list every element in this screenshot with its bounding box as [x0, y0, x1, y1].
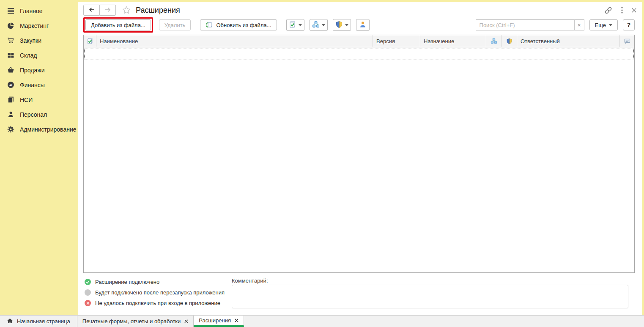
legend-item-connected: Расширение подключено [85, 277, 225, 287]
page-header: Расширения [83, 4, 637, 16]
tab-label: Печатные формы, отчеты и обработки [82, 318, 181, 324]
command-bar: Добавить из файла... Удалить Обновить из… [83, 18, 635, 32]
sidebar-item-label: Склад [20, 52, 37, 59]
back-button[interactable] [83, 5, 100, 16]
sidebar-item-label: Главное [20, 8, 43, 14]
annotation-highlight-box: Добавить из файла... [83, 17, 153, 33]
cubes-icon [312, 21, 320, 30]
sidebar-item-label: НСИ [20, 96, 33, 103]
tab-extensions[interactable]: Расширения [194, 316, 244, 327]
column-distributed-icon[interactable] [486, 35, 502, 47]
legend-item-failed: Не удалось подключить при входе в прилож… [85, 298, 225, 308]
column-version[interactable]: Версия [373, 35, 420, 47]
chevron-down-icon [609, 24, 612, 26]
nav-history-buttons [83, 5, 116, 16]
sidebar-item-marketing[interactable]: Маркетинг [0, 18, 78, 33]
user-icon [359, 21, 367, 30]
sidebar-item-label: Закупки [20, 37, 41, 44]
chevron-down-icon [345, 24, 348, 26]
forward-button[interactable] [100, 5, 116, 16]
kebab-menu-icon[interactable] [621, 7, 623, 14]
search-input[interactable] [476, 20, 574, 30]
open-windows-bar: Начальная страница Печатные формы, отчет… [0, 315, 644, 327]
arrow-right-icon [104, 6, 111, 14]
basket-icon [7, 66, 14, 74]
section-sidebar: Главное Маркетинг Закупки Склад Продажи … [0, 3, 78, 137]
home-page-label: Начальная страница [17, 318, 70, 324]
legend-label: Не удалось подключить при входе в прилож… [95, 300, 220, 306]
svg-text:P: P [10, 82, 13, 87]
person-icon [7, 111, 14, 118]
extensions-table[interactable]: Наименование Версия Назначение Ответстве… [83, 35, 635, 273]
table-current-row[interactable] [84, 49, 634, 60]
sidebar-item-administration[interactable]: Администрирование [0, 122, 78, 137]
update-from-file-button[interactable]: Обновить из файла... [200, 19, 277, 30]
update-from-file-label: Обновить из файла... [216, 22, 271, 28]
pie-chart-icon [7, 22, 14, 29]
sidebar-item-personnel[interactable]: Персонал [0, 107, 78, 122]
sidebar-item-finance[interactable]: P Финансы [0, 77, 78, 92]
search-box: × [476, 19, 584, 30]
add-from-file-button[interactable]: Добавить из файла... [85, 19, 151, 30]
column-comment-icon[interactable] [620, 35, 634, 47]
comment-input[interactable] [232, 285, 628, 308]
comment-label: Комментарий: [232, 278, 268, 284]
sidebar-item-sales[interactable]: Продажи [0, 63, 78, 77]
column-safe-mode-icon[interactable] [502, 35, 517, 47]
gear-icon [7, 126, 14, 133]
distributed-infobase-dropdown[interactable] [310, 19, 328, 31]
column-responsible[interactable]: Ответственный [517, 35, 620, 47]
legend-item-after-restart: Будет подключено после перезапуска прило… [85, 287, 225, 298]
clear-search-button[interactable]: × [574, 20, 584, 30]
ruble-icon: P [7, 81, 14, 88]
books-icon [7, 96, 14, 103]
status-failed-icon [85, 300, 91, 306]
sidebar-item-warehouse[interactable]: Склад [0, 48, 78, 63]
favorite-star-icon[interactable] [122, 5, 131, 15]
status-pending-icon [85, 289, 91, 296]
sidebar-item-nsi[interactable]: НСИ [0, 92, 78, 107]
pages-check-icon [289, 21, 296, 30]
status-connected-icon [85, 279, 91, 285]
sidebar-item-label: Финансы [20, 82, 45, 88]
status-legend: Расширение подключено Будет подключено п… [85, 277, 225, 308]
enable-extension-dropdown[interactable] [286, 19, 304, 31]
tab-close-icon[interactable] [235, 319, 238, 322]
column-purpose[interactable]: Назначение [420, 35, 486, 47]
more-label: Еще [595, 22, 606, 28]
page-title: Расширения [136, 6, 180, 15]
legend-label: Расширение подключено [95, 279, 159, 285]
home-icon [7, 318, 13, 325]
sidebar-item-label: Продажи [20, 67, 44, 74]
sidebar-item-main[interactable]: Главное [0, 3, 78, 18]
tab-print-forms[interactable]: Печатные формы, отчеты и обработки [77, 316, 194, 327]
cart-icon [7, 37, 14, 44]
home-page-tab[interactable]: Начальная страница [0, 316, 77, 327]
tab-close-icon[interactable] [184, 319, 188, 323]
column-enabled-icon[interactable] [84, 35, 96, 47]
sidebar-item-label: Маркетинг [20, 22, 49, 29]
help-button[interactable]: ? [623, 19, 635, 30]
close-icon[interactable] [631, 8, 637, 13]
sidebar-item-label: Персонал [20, 111, 47, 118]
table-header: Наименование Версия Назначение Ответстве… [84, 35, 634, 47]
menu-icon [7, 7, 14, 14]
responsible-user-button[interactable] [356, 19, 370, 31]
chevron-down-icon [322, 24, 325, 26]
safe-mode-dropdown[interactable] [333, 19, 351, 31]
column-name[interactable]: Наименование [96, 35, 373, 47]
sidebar-item-label: Администрирование [20, 126, 77, 133]
shield-icon [335, 21, 343, 30]
sidebar-item-purchasing[interactable]: Закупки [0, 33, 78, 48]
link-icon[interactable] [604, 6, 613, 15]
update-pages-icon [206, 21, 213, 29]
tab-label: Расширения [199, 317, 231, 324]
more-button[interactable]: Еще [589, 19, 618, 30]
arrow-left-icon [88, 6, 95, 14]
delete-button[interactable]: Удалить [159, 19, 191, 30]
grid-icon [7, 52, 14, 59]
legend-label: Будет подключено после перезапуска прило… [95, 289, 225, 296]
chevron-down-icon [299, 24, 302, 26]
